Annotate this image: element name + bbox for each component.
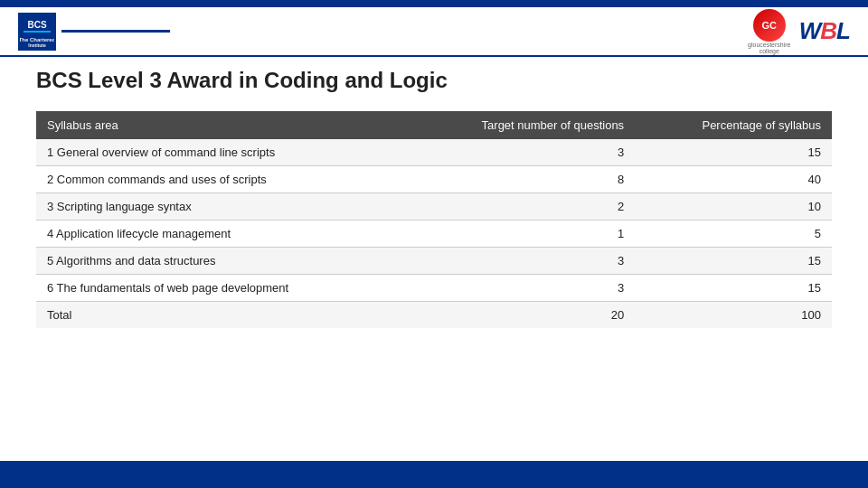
right-logos: GC gloucestershire college WBL — [747, 9, 850, 54]
table-header-row: Syllabus area Target number of questions… — [36, 111, 832, 139]
row-questions: 3 — [405, 275, 635, 302]
bcs-logo: BCS The Chartered Institute — [18, 13, 170, 51]
row-area: 1 General overview of command line scrip… — [36, 139, 405, 166]
row-questions: 8 — [405, 166, 635, 193]
page-title: BCS Level 3 Award in Coding and Logic — [36, 68, 832, 93]
wbl-w: W — [799, 17, 821, 44]
table-footer-row: Total 20 100 — [36, 302, 832, 329]
col-target-header: Target number of questions — [405, 111, 635, 139]
row-percentage: 5 — [635, 221, 832, 248]
footer-percentage: 100 — [635, 302, 832, 329]
wbl-logo: WBL — [799, 17, 850, 45]
gc-logo: GC gloucestershire college — [747, 9, 792, 54]
row-area: 3 Scripting language syntax — [36, 193, 405, 221]
row-questions: 3 — [405, 248, 635, 275]
table-row: 5 Algorithms and data structures315 — [36, 248, 832, 275]
footer-label: Total — [36, 302, 405, 329]
svg-text:BCS: BCS — [27, 20, 46, 30]
main-content: BCS Level 3 Award in Coding and Logic Sy… — [0, 59, 868, 337]
bcs-logo-box: BCS The Chartered Institute — [18, 13, 56, 51]
bcs-logo-line — [61, 30, 170, 33]
row-questions: 2 — [405, 193, 635, 221]
table-row: 6 The fundamentals of web page developme… — [36, 275, 832, 302]
row-percentage: 10 — [635, 193, 832, 221]
col-percentage-header: Percentage of syllabus — [635, 111, 832, 139]
syllabus-table: Syllabus area Target number of questions… — [36, 111, 832, 328]
wbl-l: L — [836, 17, 850, 44]
col-syllabus-header: Syllabus area — [36, 111, 405, 139]
table-row: 1 General overview of command line scrip… — [36, 139, 832, 166]
row-questions: 3 — [405, 139, 635, 166]
table-row: 3 Scripting language syntax210 — [36, 193, 832, 221]
row-percentage: 15 — [635, 248, 832, 275]
wbl-b: B — [820, 17, 836, 44]
row-percentage: 15 — [635, 275, 832, 302]
svg-text:Institute: Institute — [28, 42, 46, 48]
bottom-bar — [0, 461, 868, 488]
row-area: 5 Algorithms and data structures — [36, 248, 405, 275]
gc-circle: GC — [753, 9, 786, 42]
gc-subtext: gloucestershire college — [747, 42, 792, 54]
row-questions: 1 — [405, 221, 635, 248]
table-row: 4 Application lifecycle management15 — [36, 221, 832, 248]
table-row: 2 Common commands and uses of scripts840 — [36, 166, 832, 193]
header: BCS The Chartered Institute GC glouceste… — [0, 7, 868, 57]
svg-rect-2 — [24, 31, 51, 33]
row-percentage: 15 — [635, 139, 832, 166]
row-area: 6 The fundamentals of web page developme… — [36, 275, 405, 302]
footer-questions: 20 — [405, 302, 635, 329]
gc-initials: GC — [762, 20, 778, 31]
top-bar — [0, 0, 868, 7]
row-area: 2 Common commands and uses of scripts — [36, 166, 405, 193]
row-area: 4 Application lifecycle management — [36, 221, 405, 248]
row-percentage: 40 — [635, 166, 832, 193]
